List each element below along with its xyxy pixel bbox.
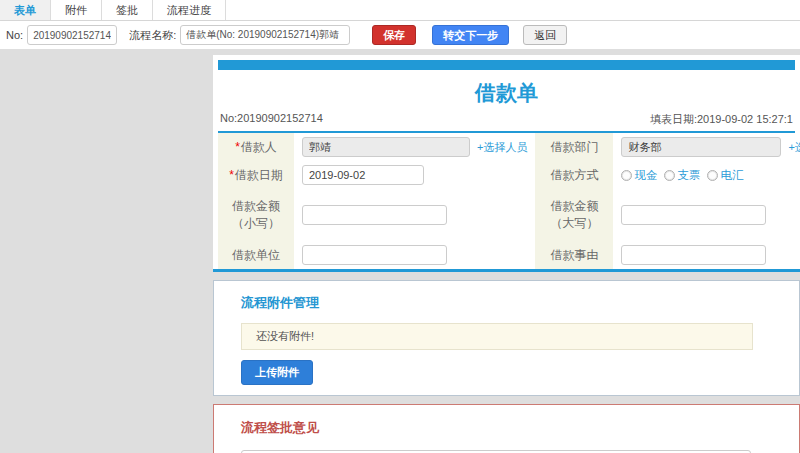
radio-icon: [621, 170, 632, 181]
forward-next-step-button[interactable]: 转交下一步: [432, 25, 509, 45]
form-meta-row: No:20190902152714 填表日期:2019-09-02 15:27:…: [218, 112, 795, 133]
flow-name-input[interactable]: [180, 25, 350, 45]
form-title: 借款单: [218, 79, 795, 107]
borrower-cell: +选择人员: [294, 133, 535, 161]
form-no-text: No:20190902152714: [220, 112, 323, 127]
method-wire-radio[interactable]: 电汇: [707, 168, 743, 183]
no-attachment-alert: 还没有附件!: [241, 323, 753, 350]
loan-unit-input[interactable]: [302, 245, 447, 265]
amount-big-cell: [613, 189, 800, 241]
loan-unit-cell: [294, 241, 535, 269]
no-label: No:: [6, 29, 23, 41]
attachment-heading: 流程附件管理: [241, 294, 799, 312]
no-input[interactable]: [27, 25, 117, 45]
amount-big-input[interactable]: [621, 205, 766, 225]
borrower-input[interactable]: [302, 137, 470, 157]
form-table: *借款人 +选择人员 借款部门 +选择部门 *借款日期: [218, 133, 795, 269]
main-column: 借款单 No:20190902152714 填表日期:2019-09-02 15…: [213, 49, 800, 453]
upload-attachment-button[interactable]: 上传附件: [241, 360, 313, 385]
amount-small-input[interactable]: [302, 205, 447, 225]
form-date-text: 填表日期:2019-09-02 15:27:1: [650, 112, 793, 127]
signoff-heading: 流程签批意见: [241, 419, 799, 437]
department-input[interactable]: [621, 137, 781, 157]
amount-small-label: 借款金额（小写）: [218, 189, 294, 241]
attachment-panel: 流程附件管理 还没有附件! 上传附件: [213, 280, 800, 396]
loan-reason-label: 借款事由: [535, 241, 613, 269]
save-button[interactable]: 保存: [372, 25, 416, 45]
select-person-link[interactable]: +选择人员: [477, 140, 527, 155]
select-department-link[interactable]: +选择部门: [788, 140, 800, 155]
back-button[interactable]: 返回: [523, 25, 567, 45]
tab-bar: 表单 附件 签批 流程进度: [0, 0, 800, 21]
loan-unit-label: 借款单位: [218, 241, 294, 269]
loan-method-label: 借款方式: [535, 161, 613, 189]
tab-signoff[interactable]: 签批: [102, 0, 153, 20]
signoff-panel: 流程签批意见 B I abc A ∞ ∞ ⚑ ≡ ≡ ⇤ ⇥: [213, 404, 800, 453]
amount-small-cell: [294, 189, 535, 241]
radio-icon: [664, 170, 675, 181]
toolbar: No: 流程名称: 保存 转交下一步 返回: [0, 21, 800, 50]
loan-form-panel: 借款单 No:20190902152714 填表日期:2019-09-02 15…: [213, 55, 800, 272]
method-cash-radio[interactable]: 现金: [621, 168, 657, 183]
department-label: 借款部门: [535, 133, 613, 161]
loan-reason-input[interactable]: [621, 245, 766, 265]
tab-form[interactable]: 表单: [0, 0, 51, 20]
method-cheque-radio[interactable]: 支票: [664, 168, 700, 183]
tab-flow-progress[interactable]: 流程进度: [153, 0, 226, 20]
borrower-label: *借款人: [218, 133, 294, 161]
form-top-bar: [218, 60, 795, 70]
loan-date-label: *借款日期: [218, 161, 294, 189]
loan-method-cell: 现金 支票 电汇: [613, 161, 800, 189]
flow-name-label: 流程名称:: [129, 28, 176, 43]
loan-reason-cell: [613, 241, 800, 269]
page-background: 借款单 No:20190902152714 填表日期:2019-09-02 15…: [0, 49, 800, 453]
tab-attachments[interactable]: 附件: [51, 0, 102, 20]
required-mark: *: [229, 168, 234, 182]
loan-date-cell: [294, 161, 535, 189]
department-cell: +选择部门: [613, 133, 800, 161]
amount-big-label: 借款金额（大写）: [535, 189, 613, 241]
required-mark: *: [235, 140, 240, 154]
loan-date-input[interactable]: [302, 165, 424, 185]
radio-icon: [707, 170, 718, 181]
